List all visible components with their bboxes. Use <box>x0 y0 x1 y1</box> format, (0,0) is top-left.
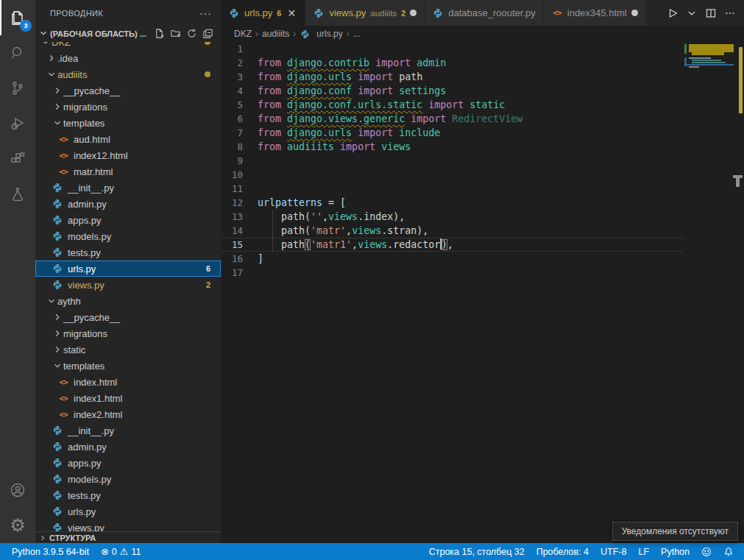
search-icon[interactable] <box>0 35 35 71</box>
code-line[interactable]: 8from audiiits import views <box>221 140 684 154</box>
tree-item-audiiits[interactable]: audiiits <box>35 66 221 82</box>
tree-item-label: views.py <box>68 280 104 291</box>
tree-item-label: static <box>63 344 85 355</box>
collapse-all-icon[interactable] <box>202 28 213 40</box>
code-line[interactable]: 7from django.urls import include <box>221 126 684 140</box>
dirty-indicator-dot[interactable] <box>410 10 417 16</box>
tree-item-urls-py[interactable]: urls.py6 <box>35 260 221 277</box>
explorer-icon[interactable]: 3 <box>0 0 35 35</box>
tree-item-aythh[interactable]: aythh <box>35 293 221 309</box>
code-line[interactable]: 6from django.views.generic import Redire… <box>221 112 684 126</box>
tree-item-index2-html[interactable]: <>index2.html <box>35 406 221 422</box>
breadcrumb-item[interactable]: urls.py <box>316 29 342 39</box>
tree-item-models-py[interactable]: models.py <box>35 471 221 487</box>
new-file-icon[interactable] <box>154 28 165 40</box>
tree-item-static[interactable]: static <box>35 341 221 358</box>
tree-item--init-py[interactable]: __init__.py <box>35 180 221 196</box>
tree-item-label: __pycache__ <box>63 312 120 323</box>
python-interpreter-status[interactable]: Python 3.9.5 64-bit <box>6 543 95 560</box>
code-line[interactable]: 5from django.conf.urls.static import sta… <box>221 98 684 112</box>
testing-icon[interactable] <box>0 177 35 212</box>
close-tab-icon[interactable]: ✕ <box>286 7 297 19</box>
tree-item-admin-py[interactable]: admin.py <box>35 439 221 455</box>
tree-item-tests-py[interactable]: tests.py <box>35 487 221 503</box>
code-line-current[interactable]: 15 path('matr1',views.redactor), <box>221 238 684 252</box>
tree-item-tests-py[interactable]: tests.py <box>35 244 221 260</box>
tree-item-aud-html[interactable]: <>aud.html <box>35 131 221 147</box>
minimap[interactable] <box>684 42 734 233</box>
notifications-bell-icon[interactable] <box>718 543 740 560</box>
workspace-section-header[interactable]: (РАБОЧАЯ ОБЛАСТЬ) ... <box>35 26 221 42</box>
tree-item--pycache-[interactable]: __pycache__ <box>35 309 221 325</box>
editor-scrollbar[interactable] <box>734 42 744 543</box>
breadcrumb-item[interactable]: audiiits <box>262 29 289 39</box>
code-line[interactable]: 17 <box>221 266 684 280</box>
code-text: from django.contrib import admin <box>258 56 446 70</box>
tab-index345-html[interactable]: <>index345.html <box>544 0 646 26</box>
tab-database-roouter-py[interactable]: database_roouter.py <box>425 0 544 26</box>
language-mode-status[interactable]: Python <box>655 543 695 560</box>
breadcrumb-item[interactable]: ... <box>353 29 361 39</box>
split-editor-icon[interactable] <box>703 5 719 21</box>
code-line[interactable]: 4from django.conf import settings <box>221 84 684 98</box>
tree-item-index1-html[interactable]: <>index1.html <box>35 390 221 406</box>
eol-status[interactable]: LF <box>632 543 655 560</box>
code-line[interactable]: 9 <box>221 154 684 168</box>
dirty-indicator-dot[interactable] <box>631 10 638 16</box>
outline-section-header[interactable]: СТРУКТУРА <box>35 531 221 543</box>
run-dropdown-icon[interactable] <box>684 5 700 21</box>
tree-item-migrations[interactable]: migrations <box>35 99 221 115</box>
code-line[interactable]: 2from django.contrib import admin <box>221 56 684 70</box>
code-line[interactable]: 14 path('matr',views.stran), <box>221 224 684 238</box>
problems-status[interactable]: ⊗ 0 ⚠ 11 <box>95 543 147 560</box>
code-editor[interactable]: 12from django.contrib import admin3from … <box>221 42 744 543</box>
feedback-smiley-icon[interactable] <box>695 543 718 560</box>
tree-item-models-py[interactable]: models.py <box>35 228 221 244</box>
run-icon[interactable] <box>665 5 681 21</box>
indentation-status[interactable]: Пробелов: 4 <box>531 543 595 560</box>
tree-item--idea[interactable]: .idea <box>35 50 221 66</box>
more-icon[interactable] <box>722 5 738 21</box>
tree-item-admin-py[interactable]: admin.py <box>35 196 221 212</box>
tree-item-label: aythh <box>57 296 81 307</box>
tree-item-templates[interactable]: templates <box>35 358 221 374</box>
tree-item-views-py[interactable]: views.py2 <box>35 277 221 293</box>
settings-icon[interactable]: ⚙ <box>0 508 35 543</box>
tree-item-index-html[interactable]: <>index.html <box>35 374 221 390</box>
tree-item-urls-py[interactable]: urls.py <box>35 503 221 520</box>
tab-urls-py[interactable]: urls.py6✕ <box>221 0 305 26</box>
refresh-icon[interactable] <box>186 28 197 40</box>
cursor-position-status[interactable]: Строка 15, столбец 32 <box>423 543 531 560</box>
breadcrumb-item[interactable]: DKZ <box>234 29 252 39</box>
explorer-more-actions-button[interactable]: ··· <box>199 7 212 19</box>
code-line[interactable]: 12urlpatterns = [ <box>221 196 684 210</box>
line-number: 13 <box>221 210 258 224</box>
new-folder-icon[interactable] <box>170 28 181 40</box>
tree-item-index12-html[interactable]: <>index12.html <box>35 147 221 163</box>
tab-views-py[interactable]: views.pyaudiiits2 <box>305 0 425 26</box>
tree-item-templates[interactable]: templates <box>35 115 221 131</box>
code-line[interactable]: 16] <box>221 252 684 266</box>
run-debug-icon[interactable] <box>0 106 35 141</box>
scrollbar-handle-stem[interactable] <box>736 178 740 187</box>
chevron-down-icon <box>52 117 63 129</box>
tree-item-dkz[interactable]: DKZ <box>35 42 221 50</box>
tree-item--pycache-[interactable]: __pycache__ <box>35 82 221 99</box>
account-icon[interactable] <box>0 472 35 508</box>
code-line[interactable]: 13 path('',views.index), <box>221 210 684 224</box>
code-line[interactable]: 3from django.urls import path <box>221 70 684 84</box>
code-line[interactable]: 1 <box>221 42 684 56</box>
tree-item-views-py[interactable]: views.py <box>35 520 221 531</box>
tree-item--init-py[interactable]: __init__.py <box>35 422 221 439</box>
source-control-icon[interactable] <box>0 71 35 106</box>
code-line[interactable]: 11 <box>221 182 684 196</box>
code-line[interactable]: 10 <box>221 168 684 182</box>
tree-item-matr-html[interactable]: <>matr.html <box>35 163 221 180</box>
chevron-down-icon <box>52 360 63 372</box>
line-number: 3 <box>221 70 258 84</box>
tree-item-apps-py[interactable]: apps.py <box>35 455 221 471</box>
tree-item-migrations[interactable]: migrations <box>35 325 221 341</box>
tree-item-apps-py[interactable]: apps.py <box>35 212 221 228</box>
extensions-icon[interactable] <box>0 141 35 177</box>
encoding-status[interactable]: UTF-8 <box>595 543 632 560</box>
